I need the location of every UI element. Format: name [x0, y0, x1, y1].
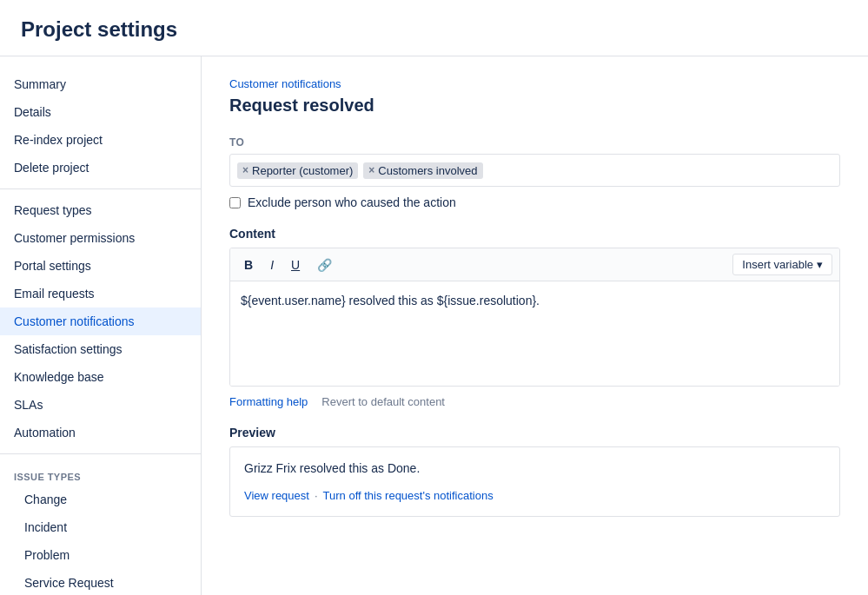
- insert-variable-label: Insert variable: [742, 258, 813, 271]
- dropdown-arrow-icon: ▾: [817, 258, 823, 271]
- preview-label: Preview: [229, 426, 840, 440]
- sidebar-item-change[interactable]: Change: [0, 486, 201, 513]
- exclude-checkbox-row: Exclude person who caused the action: [229, 195, 840, 209]
- tag-label-customers-involved: Customers involved: [378, 164, 477, 177]
- sidebar-item-customer-notifications[interactable]: Customer notifications: [0, 307, 201, 335]
- main-content: Customer notifications Request resolved …: [202, 56, 868, 595]
- underline-button[interactable]: U: [284, 255, 307, 275]
- tag-customers-involved[interactable]: ×Customers involved: [363, 162, 482, 179]
- breadcrumb[interactable]: Customer notifications: [229, 77, 840, 90]
- formatting-help-link[interactable]: Formatting help: [229, 395, 308, 408]
- bold-button[interactable]: B: [237, 255, 260, 275]
- tag-reporter[interactable]: ×Reporter (customer): [237, 162, 358, 179]
- preview-links: View request · Turn off this request's n…: [244, 489, 825, 502]
- view-request-link[interactable]: View request: [244, 489, 309, 502]
- sidebar-section-label-issue-types-label: Issue types: [0, 461, 201, 486]
- sidebar-item-slas[interactable]: SLAs: [0, 391, 201, 419]
- sidebar-item-request-types[interactable]: Request types: [0, 196, 201, 224]
- to-field[interactable]: ×Reporter (customer)×Customers involved: [229, 154, 840, 187]
- turn-off-notifications-link[interactable]: Turn off this request's notifications: [323, 489, 494, 502]
- editor-toolbar: B I U 🔗 Insert variable ▾: [230, 248, 839, 281]
- sidebar-item-details[interactable]: Details: [0, 98, 201, 126]
- sidebar-item-portal-settings[interactable]: Portal settings: [0, 252, 201, 280]
- page-title: Project settings: [21, 17, 847, 42]
- tag-remove-customers-involved[interactable]: ×: [368, 164, 374, 176]
- exclude-checkbox[interactable]: [229, 197, 241, 208]
- tag-remove-reporter[interactable]: ×: [242, 164, 248, 176]
- editor-container: B I U 🔗 Insert variable ▾ ${event.user.n…: [229, 248, 840, 387]
- link-button[interactable]: 🔗: [310, 255, 339, 275]
- content-label: Content: [229, 227, 840, 241]
- sidebar-item-delete[interactable]: Delete project: [0, 154, 201, 182]
- editor-body[interactable]: ${event.user.name} resolved this as ${is…: [230, 281, 839, 386]
- sidebar-item-service-request[interactable]: Service Request: [0, 569, 201, 595]
- sidebar-item-incident[interactable]: Incident: [0, 513, 201, 541]
- preview-text: Grizz Frix resolved this as Done.: [244, 461, 825, 475]
- sidebar-item-problem[interactable]: Problem: [0, 541, 201, 569]
- sidebar-item-customer-permissions[interactable]: Customer permissions: [0, 224, 201, 252]
- tag-label-reporter: Reporter (customer): [252, 164, 353, 177]
- to-field-label: To: [229, 136, 840, 149]
- sidebar-divider: [0, 188, 201, 189]
- exclude-label: Exclude person who caused the action: [248, 195, 456, 209]
- sidebar: SummaryDetailsRe-index projectDelete pro…: [0, 56, 202, 595]
- sidebar-item-satisfaction-settings[interactable]: Satisfaction settings: [0, 335, 201, 363]
- sidebar-divider: [0, 453, 201, 454]
- section-title: Request resolved: [229, 96, 840, 116]
- preview-separator: ·: [315, 489, 318, 502]
- insert-variable-button[interactable]: Insert variable ▾: [732, 254, 832, 275]
- preview-box: Grizz Frix resolved this as Done. View r…: [229, 446, 840, 517]
- sidebar-item-automation[interactable]: Automation: [0, 419, 201, 446]
- revert-button[interactable]: Revert to default content: [321, 395, 445, 408]
- sidebar-item-email-requests[interactable]: Email requests: [0, 280, 201, 307]
- italic-button[interactable]: I: [263, 255, 281, 275]
- sidebar-item-summary[interactable]: Summary: [0, 70, 201, 98]
- sidebar-item-reindex[interactable]: Re-index project: [0, 126, 201, 154]
- sidebar-item-knowledge-base[interactable]: Knowledge base: [0, 363, 201, 391]
- link-icon: 🔗: [317, 258, 332, 272]
